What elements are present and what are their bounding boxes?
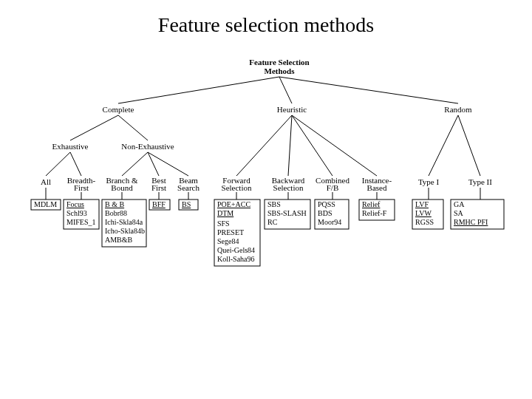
svg-text:GA: GA [454,200,465,208]
leaf-beam: BS [179,200,198,210]
svg-line-2 [279,77,458,103]
svg-line-5 [46,152,70,176]
svg-text:Sege84: Sege84 [217,237,239,245]
svg-text:SBS: SBS [267,200,281,208]
svg-line-1 [279,77,292,103]
svg-line-0 [118,77,279,103]
svg-text:Koll-Saha96: Koll-Saha96 [217,255,255,263]
svg-text:DTM: DTM [217,209,233,217]
svg-text:SA: SA [454,209,464,217]
root-line2: Methods [265,66,296,75]
svg-text:AMB&B: AMB&B [105,236,133,244]
node-random: Random [444,105,472,114]
node-forward-l2: Selection [222,183,252,192]
node-exhaustive: Exhaustive [52,142,89,151]
leaf-best: BFF [149,200,170,210]
leaf-type1: LVF LVW RGSS [412,200,443,229]
node-nonexhaustive: Non-Exhaustive [121,142,174,151]
svg-text:MIFES_1: MIFES_1 [66,218,95,226]
node-bb-l2: Bound [111,183,133,192]
svg-text:MDLM: MDLM [34,200,57,208]
svg-line-4 [118,115,148,140]
svg-text:Focus: Focus [66,200,84,208]
svg-text:Moor94: Moor94 [318,218,341,226]
node-instance-l2: Based [367,183,387,192]
svg-text:RGSS: RGSS [415,218,434,226]
svg-line-7 [122,152,148,176]
svg-line-15 [458,115,480,176]
svg-text:Relief: Relief [362,200,381,208]
node-backward-l2: Selection [273,183,304,192]
svg-text:Ichi-Skla84a: Ichi-Skla84a [105,218,143,226]
svg-line-10 [236,115,292,176]
svg-line-3 [70,115,118,140]
node-heuristic: Heuristic [277,105,307,114]
root-line1: Feature Selection [249,58,309,66]
svg-text:SFS: SFS [217,219,230,228]
node-all: All [41,177,51,186]
svg-line-12 [292,115,332,176]
node-beam-l2: Search [177,183,200,192]
svg-text:Quei-Gels84: Quei-Gels84 [217,246,255,254]
page-title: Feature selection methods [0,0,532,37]
svg-text:Schl93: Schl93 [66,209,87,217]
svg-text:POE+ACC: POE+ACC [217,200,250,208]
svg-text:B & B: B & B [105,200,124,208]
node-type2: Type II [468,177,492,186]
leaf-bb: B & B Bobr88 Ichi-Skla84a Icho-Skla84b A… [102,200,146,247]
svg-line-6 [70,152,81,176]
svg-line-14 [429,115,458,176]
leaf-all: MDLM [31,200,61,210]
svg-text:Icho-Skla84b: Icho-Skla84b [105,227,145,235]
svg-text:Relief-F: Relief-F [362,209,387,217]
svg-line-13 [292,115,377,176]
svg-line-11 [288,115,292,176]
svg-text:RC: RC [267,218,278,226]
node-best-l2: First [151,183,166,192]
svg-text:PQSS: PQSS [318,200,335,208]
leaf-backward: SBS SBS-SLASH RC [265,200,310,229]
svg-text:BS: BS [182,200,191,208]
leaf-instance: Relief Relief-F [359,200,395,220]
node-combined-l2: F/B [327,183,339,192]
svg-text:Bobr88: Bobr88 [105,209,127,217]
node-complete: Complete [103,105,134,114]
leaf-forward: POE+ACC DTM SFS PRESET Sege84 Quei-Gels8… [214,200,260,266]
leaf-combined: PQSS BDS Moor94 [315,200,349,229]
leaf-breadth: Focus Schl93 MIFES_1 [64,200,99,229]
svg-text:BFF: BFF [152,200,166,208]
leaf-type2: GA SA RMHC PFI [451,200,504,229]
svg-text:SBS-SLASH: SBS-SLASH [267,209,307,217]
svg-text:PRESET: PRESET [217,228,244,236]
svg-text:RMHC PFI: RMHC PFI [454,218,488,226]
node-breadth-l2: First [74,183,89,192]
svg-text:BDS: BDS [318,209,332,217]
svg-line-9 [148,152,188,176]
diagram: Feature Selection Methods Complete Heuri… [0,44,532,384]
svg-text:LVW: LVW [415,209,432,217]
svg-text:LVF: LVF [415,200,429,208]
node-type1: Type I [418,177,440,186]
